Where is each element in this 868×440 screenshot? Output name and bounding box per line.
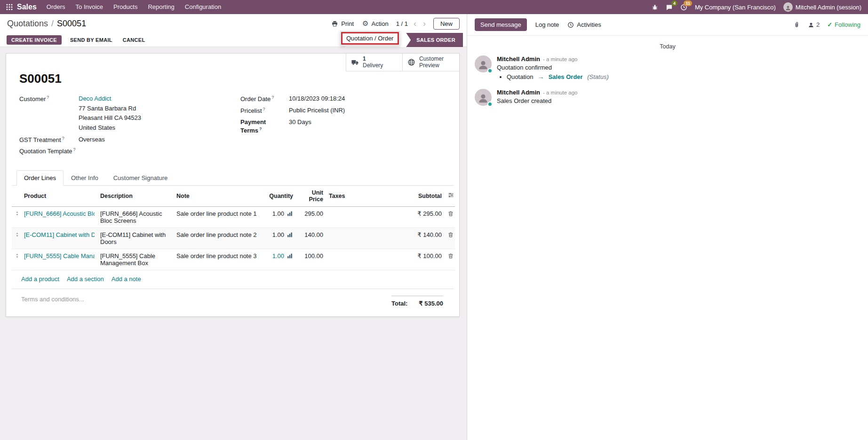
pager-count: 1 / 1 bbox=[396, 20, 408, 27]
drag-handle-icon[interactable] bbox=[15, 252, 20, 259]
customer-preview-label: Customer Preview bbox=[419, 56, 455, 69]
product-cell[interactable]: [FURN_6666] Acoustic Bloc Scre bbox=[24, 210, 95, 217]
col-header-subtotal[interactable]: Subtotal bbox=[378, 186, 445, 207]
quantity-cell[interactable]: 1.00 bbox=[272, 210, 284, 217]
followers-button[interactable]: 2 bbox=[808, 21, 820, 28]
taxes-cell[interactable] bbox=[326, 228, 378, 249]
pricelist-value[interactable]: Public Pricelist (INR) bbox=[289, 106, 345, 115]
help-marker: ? bbox=[47, 95, 49, 100]
note-cell[interactable]: Sale order line product note 2 bbox=[174, 228, 262, 249]
action-button[interactable]: ⚙ Action bbox=[361, 17, 390, 30]
menu-orders[interactable]: Orders bbox=[41, 0, 71, 14]
stage-sales-order[interactable]: SALES ORDER bbox=[406, 33, 463, 47]
col-header-quantity[interactable]: Quantity bbox=[262, 186, 296, 207]
following-button[interactable]: ✓ Following bbox=[827, 21, 860, 28]
delete-line-icon[interactable] bbox=[447, 252, 454, 259]
messages-icon[interactable]: 4 bbox=[666, 4, 673, 11]
unit-price-cell[interactable]: 295.00 bbox=[296, 206, 326, 228]
company-switcher[interactable]: My Company (San Francisco) bbox=[695, 4, 776, 11]
col-header-note[interactable]: Note bbox=[174, 186, 262, 207]
description-cell[interactable]: [FURN_6666] Acoustic Bloc Screens bbox=[97, 206, 174, 228]
user-avatar bbox=[783, 2, 793, 12]
new-button[interactable]: New bbox=[433, 18, 460, 30]
print-button[interactable]: Print bbox=[330, 18, 355, 29]
cancel-button[interactable]: CANCEL bbox=[121, 35, 147, 45]
forecast-chart-icon[interactable] bbox=[287, 232, 293, 238]
app-brand[interactable]: Sales bbox=[16, 0, 41, 14]
smart-buttons: 1 Delivery Customer Preview bbox=[346, 54, 459, 71]
online-status-dot bbox=[487, 68, 493, 73]
payment-terms-value[interactable]: 30 Days bbox=[289, 118, 311, 135]
log-note-button[interactable]: Log note bbox=[535, 21, 559, 28]
chatter-message: Mitchell Admin - a minute ago Sales Orde… bbox=[467, 89, 868, 106]
message-author[interactable]: Mitchell Admin bbox=[497, 89, 540, 96]
note-cell[interactable]: Sale order line product note 3 bbox=[174, 249, 262, 270]
delete-line-icon[interactable] bbox=[447, 210, 454, 217]
quantity-cell[interactable]: 1.00 bbox=[272, 231, 284, 238]
add-section-link[interactable]: Add a section bbox=[67, 275, 104, 283]
message-author[interactable]: Mitchell Admin bbox=[497, 55, 540, 63]
forecast-chart-icon[interactable] bbox=[287, 253, 293, 259]
tab-customer-signature[interactable]: Customer Signature bbox=[106, 170, 175, 186]
product-cell[interactable]: [E-COM11] Cabinet with Doors bbox=[24, 231, 95, 238]
menu-configuration[interactable]: Configuration bbox=[180, 0, 226, 14]
pager-next-icon[interactable]: › bbox=[422, 19, 427, 28]
activities-badge: 11 bbox=[684, 0, 692, 7]
tab-order-lines[interactable]: Order Lines bbox=[16, 170, 64, 186]
truck-icon bbox=[350, 58, 359, 66]
order-date-value[interactable]: 10/18/2023 09:18:24 bbox=[289, 94, 345, 103]
note-cell[interactable]: Sale order line product note 1 bbox=[174, 206, 262, 228]
add-product-link[interactable]: Add a product bbox=[21, 275, 59, 283]
menu-reporting[interactable]: Reporting bbox=[143, 0, 179, 14]
menu-to-invoice[interactable]: To Invoice bbox=[71, 0, 109, 14]
user-menu[interactable]: Mitchell Admin (session) bbox=[783, 2, 861, 12]
breadcrumb-parent-link[interactable]: Quotations bbox=[7, 19, 48, 29]
drag-handle-icon[interactable] bbox=[15, 210, 20, 217]
quantity-cell[interactable]: 1.00 bbox=[272, 252, 284, 259]
taxes-cell[interactable] bbox=[326, 249, 378, 270]
activities-button[interactable]: Activities bbox=[567, 21, 601, 28]
subtotal-cell: ₹ 100.00 bbox=[378, 249, 445, 270]
notebook: Order Lines Other Info Customer Signatur… bbox=[12, 170, 454, 307]
apps-menu-button[interactable] bbox=[3, 0, 16, 14]
breadcrumb-current: S00051 bbox=[57, 19, 86, 29]
order-line-row[interactable]: [FURN_5555] Cable Managemen [FURN_5555] … bbox=[12, 249, 455, 270]
form-view-area: 1 Delivery Customer Preview S00051 bbox=[0, 47, 467, 440]
create-invoice-button[interactable]: CREATE INVOICE bbox=[7, 35, 62, 45]
send-by-email-button[interactable]: SEND BY EMAIL bbox=[68, 35, 114, 45]
description-cell[interactable]: [E-COM11] Cabinet with Doors bbox=[97, 228, 174, 249]
gst-treatment-value[interactable]: Overseas bbox=[79, 135, 105, 144]
action-label: Action bbox=[372, 20, 389, 27]
col-header-unit-price[interactable]: Unit Price bbox=[296, 186, 326, 207]
customer-link[interactable]: Deco Addict bbox=[79, 95, 111, 102]
col-header-product[interactable]: Product bbox=[21, 186, 97, 207]
customer-preview-smart-button[interactable]: Customer Preview bbox=[403, 54, 459, 71]
delivery-smart-button[interactable]: 1 Delivery bbox=[346, 54, 403, 71]
add-note-link[interactable]: Add a note bbox=[111, 275, 141, 283]
debug-icon[interactable] bbox=[652, 4, 658, 10]
followers-icon bbox=[808, 22, 814, 28]
delete-line-icon[interactable] bbox=[447, 231, 454, 238]
unit-price-cell[interactable]: 140.00 bbox=[296, 228, 326, 249]
pager-previous-icon[interactable]: ‹ bbox=[413, 19, 417, 28]
activities-clock-icon[interactable]: 11 bbox=[680, 4, 687, 11]
paperclip-icon[interactable] bbox=[793, 21, 800, 28]
product-cell[interactable]: [FURN_5555] Cable Managemen bbox=[24, 252, 95, 259]
menu-item-quotation-order[interactable]: Quotation / Order bbox=[341, 32, 399, 45]
tab-other-info[interactable]: Other Info bbox=[64, 170, 106, 186]
optional-columns-icon[interactable] bbox=[447, 192, 454, 198]
menu-products[interactable]: Products bbox=[108, 0, 143, 14]
order-line-row[interactable]: [FURN_6666] Acoustic Bloc Scre [FURN_666… bbox=[12, 206, 455, 228]
forecast-chart-icon[interactable] bbox=[287, 211, 293, 217]
send-message-button[interactable]: Send message bbox=[475, 18, 527, 31]
description-cell[interactable]: [FURN_5555] Cable Management Box bbox=[97, 249, 174, 270]
terms-placeholder[interactable]: Terms and conditions... bbox=[21, 296, 84, 303]
help-marker: ? bbox=[271, 95, 274, 100]
unit-price-cell[interactable]: 100.00 bbox=[296, 249, 326, 270]
order-line-row[interactable]: [E-COM11] Cabinet with Doors [E-COM11] C… bbox=[12, 228, 455, 249]
col-header-description[interactable]: Description bbox=[97, 186, 174, 207]
col-header-taxes[interactable]: Taxes bbox=[326, 186, 378, 207]
taxes-cell[interactable] bbox=[326, 206, 378, 228]
payment-terms-label: Payment Terms? bbox=[240, 118, 289, 135]
drag-handle-icon[interactable] bbox=[15, 231, 20, 238]
